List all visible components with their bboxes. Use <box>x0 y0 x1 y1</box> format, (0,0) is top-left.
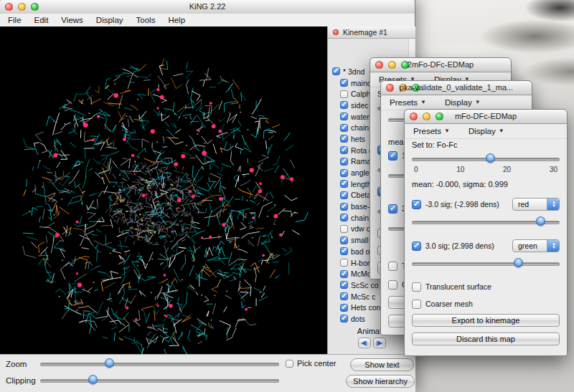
menu-display[interactable]: Display <box>90 15 130 25</box>
translucent-checkbox[interactable] <box>412 282 421 292</box>
checkbox[interactable] <box>340 191 348 199</box>
checkbox[interactable] <box>340 158 348 166</box>
tick-label: 30 <box>550 166 557 173</box>
kinemage-panel-header[interactable]: Kinemage #1 <box>328 27 415 39</box>
low-contour-checkbox[interactable] <box>388 151 397 161</box>
red-dot-icon <box>333 29 339 35</box>
menu-label: Presets <box>390 98 418 107</box>
menu-tools[interactable]: Tools <box>130 15 162 25</box>
group-label: * 3dnd <box>343 67 364 76</box>
menu-views[interactable]: Views <box>55 15 89 25</box>
show-text-button[interactable]: Show text <box>350 358 414 371</box>
checkbox[interactable] <box>332 67 340 75</box>
checkbox[interactable] <box>340 180 348 188</box>
high-contour-checkbox[interactable] <box>412 242 421 251</box>
coarser-label: Coarser mesh <box>425 300 473 308</box>
checkbox[interactable] <box>340 113 348 120</box>
checkbox[interactable] <box>340 292 348 300</box>
translucent-checkbox[interactable] <box>388 262 397 271</box>
group-label: water <box>351 113 370 121</box>
pick-center-row[interactable]: Pick center <box>286 359 336 368</box>
group-label: ScSc co <box>351 281 379 290</box>
dropdown-value: red <box>518 200 529 209</box>
menu-help[interactable]: Help <box>161 15 192 25</box>
menu-presets[interactable]: Presets▼ <box>413 127 450 135</box>
group-label: Calph <box>351 90 370 98</box>
animate-controls: ◀| |▶ <box>328 338 415 348</box>
coarser-checkbox[interactable] <box>388 280 397 290</box>
checkbox[interactable] <box>340 124 348 132</box>
slider-track <box>412 262 560 266</box>
menu-label: Display <box>445 98 472 107</box>
checkbox[interactable] <box>340 135 348 143</box>
checkbox[interactable] <box>340 214 348 221</box>
window-title: mFo-DFc-EDMap <box>405 112 567 120</box>
low-contour-checkbox[interactable] <box>412 200 421 209</box>
step-back-button[interactable]: ◀| <box>358 338 371 348</box>
menu-edit[interactable]: Edit <box>28 15 55 25</box>
group-label: vdw c <box>351 224 370 233</box>
checkbox[interactable] <box>340 236 348 244</box>
low-slider[interactable] <box>412 216 560 226</box>
checkbox[interactable] <box>340 315 348 322</box>
desktop: KiNG 2.22 File Edit Views Display Tools … <box>0 0 574 392</box>
dialog-title-bar[interactable]: 2mFo-DFc-EDMap <box>370 58 511 72</box>
pick-center-checkbox[interactable] <box>286 360 293 368</box>
menu-presets[interactable]: Presets▼ <box>390 98 426 107</box>
group-label: McSc c <box>351 292 375 301</box>
dialog-menu-bar: Presets▼ Display▼ <box>381 95 532 110</box>
checkbox[interactable] <box>340 259 348 267</box>
pick-center-label: Pick center <box>297 359 336 368</box>
clipping-slider[interactable] <box>40 375 279 385</box>
translucent-row: Translucent surface <box>412 279 560 294</box>
step-forward-button[interactable]: |▶ <box>373 338 386 348</box>
high-contour-row: 3.0 sig; (2.998 dens) green <box>412 239 560 253</box>
set-to-label: Set to: Fo-Fc <box>412 140 560 149</box>
main-title-bar[interactable]: KiNG 2.22 <box>0 0 415 14</box>
zoom-slider-thumb[interactable] <box>105 358 114 368</box>
low-slider-thumb[interactable] <box>536 216 545 226</box>
high-color-dropdown[interactable]: green <box>512 239 560 252</box>
clipping-slider-thumb[interactable] <box>88 375 98 384</box>
king-main-window: KiNG 2.22 File Edit Views Display Tools … <box>0 0 415 392</box>
dialog-title-bar[interactable]: mFo-DFc-EDMap <box>405 110 567 124</box>
dialog-title-bar[interactable]: pka-validate_0_validate_1_ma... <box>381 81 532 95</box>
checkbox[interactable] <box>340 225 348 233</box>
group-label: length <box>351 180 372 188</box>
checkbox[interactable] <box>340 90 348 98</box>
checkbox[interactable] <box>340 101 348 109</box>
export-button[interactable]: Export to kinemage <box>412 314 560 327</box>
level-slider-thumb[interactable] <box>486 153 495 163</box>
discard-button[interactable]: Discard this map <box>412 333 560 345</box>
checkbox[interactable] <box>340 203 348 211</box>
high-contour-checkbox[interactable] <box>388 204 397 214</box>
menu-display[interactable]: Display▼ <box>445 98 481 107</box>
window-title: pka-validate_0_validate_1_ma... <box>381 83 532 92</box>
tick-label: 0 <box>414 166 418 173</box>
checkbox[interactable] <box>340 270 348 278</box>
menu-display[interactable]: Display▼ <box>469 127 504 135</box>
high-slider-thumb[interactable] <box>514 258 523 267</box>
low-contour-row: -3.0 sig; (-2.998 dens) red <box>412 197 560 211</box>
group-label: H-bon <box>351 259 372 267</box>
checkbox[interactable] <box>340 281 348 289</box>
zoom-slider[interactable] <box>40 358 279 368</box>
checkbox[interactable] <box>340 146 348 154</box>
low-color-dropdown[interactable]: red <box>512 198 560 211</box>
contour-label: -3.0 sig; (-2.998 dens) <box>425 200 499 209</box>
coarser-checkbox[interactable] <box>412 300 421 309</box>
group-label: hets <box>351 135 365 143</box>
checkbox[interactable] <box>340 304 348 312</box>
chevron-down-icon: ▼ <box>420 99 426 105</box>
menu-label: Display <box>469 127 496 135</box>
molecule-viewport[interactable] <box>0 27 327 354</box>
show-hierarchy-button[interactable]: Show hierarchy <box>346 375 415 388</box>
coarser-row: Coarser mesh <box>412 297 560 311</box>
checkbox[interactable] <box>340 247 348 255</box>
menu-file[interactable]: File <box>1 15 28 25</box>
clipping-label: Clipping <box>6 376 36 385</box>
checkbox[interactable] <box>340 79 348 87</box>
checkbox[interactable] <box>340 169 348 177</box>
high-slider[interactable] <box>412 258 560 268</box>
level-slider[interactable] <box>412 153 560 163</box>
